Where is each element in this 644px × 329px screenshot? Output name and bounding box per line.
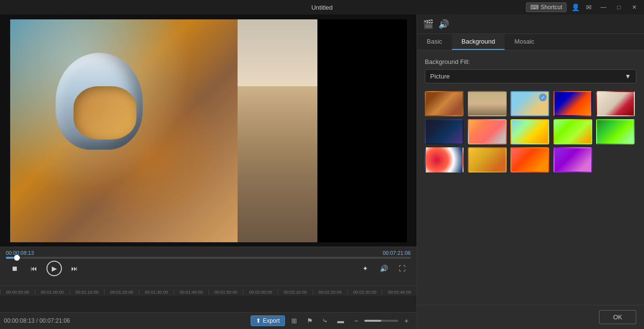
ruler-mark: 00:02:10:00: [278, 290, 313, 295]
background-thumbnail-5[interactable]: [596, 91, 635, 116]
zoom-control: − +: [350, 314, 413, 327]
ruler-mark: 00:01:30:00: [139, 290, 174, 295]
tool-icon-1[interactable]: ⊞: [288, 314, 300, 327]
bottom-toolbar: 00:00:08:13 / 00:07:21:06 ⬆ Export ⊞ ⚑ ⤷…: [0, 312, 417, 329]
time-row: 00:00:08:13 00:07:21:06: [4, 249, 413, 257]
background-thumbnail-8[interactable]: [510, 119, 549, 144]
background-thumbnail-9[interactable]: [554, 119, 592, 144]
chevron-down-icon: ▼: [625, 73, 631, 80]
playback-controls: ⏹ ⏮ ▶ ⏭: [8, 261, 81, 276]
shortcut-button[interactable]: ⌨ Shortcut: [526, 2, 567, 12]
selected-checkmark: ✓: [539, 94, 547, 101]
total-time-display: 00:07:21:06: [383, 250, 411, 256]
current-time-display: 00:00:08:13: [6, 250, 34, 256]
ruler-mark: 00:00:50:00: [0, 290, 35, 295]
ruler-mark: 00:02:30:00: [347, 290, 382, 295]
timeline: 00:00:50:00 00:01:00:00 00:01:10:00 00:0…: [0, 285, 417, 312]
settings-icon[interactable]: ✦: [359, 262, 372, 275]
titlebar-right: ⌨ Shortcut 👤 ✉ — □ ✕: [526, 1, 640, 13]
background-thumbnail-14[interactable]: [554, 147, 592, 172]
background-grid: ✓: [425, 91, 636, 172]
shortcut-icon: ⌨: [530, 4, 539, 11]
video-area: 00:00:08:13 00:07:21:06 ⏹ ⏮ ▶ ⏭ ✦ 🔊: [0, 15, 417, 329]
background-thumbnail-12[interactable]: [468, 147, 507, 172]
scrubber-row: [4, 257, 413, 259]
controls-bar: 00:00:08:13 00:07:21:06 ⏹ ⏮ ▶ ⏭ ✦ 🔊: [0, 247, 417, 285]
background-thumbnail-10[interactable]: [596, 119, 635, 144]
video-right-clip: [238, 19, 317, 242]
tab-basic[interactable]: Basic: [417, 34, 452, 50]
background-fill-label: Background Fill:: [425, 58, 636, 65]
video-panel-icon[interactable]: 🎬: [423, 19, 434, 30]
ruler-mark: 00:01:00:00: [35, 290, 70, 295]
app-title: Untitled: [311, 4, 332, 11]
titlebar: Untitled ⌨ Shortcut 👤 ✉ — □ ✕: [0, 0, 644, 15]
play-button[interactable]: ▶: [46, 261, 62, 276]
scrubber-thumb[interactable]: [14, 255, 20, 261]
mail-icon[interactable]: ✉: [584, 2, 594, 12]
dropdown-value: Picture: [430, 73, 449, 80]
ruler-mark: 00:01:20:00: [104, 290, 139, 295]
ruler-mark: 00:02:00:00: [243, 290, 278, 295]
stop-button[interactable]: ⏹: [8, 262, 21, 275]
panel-content: Background Fill: Picture ▼ ✓: [417, 50, 644, 305]
shortcut-label: Shortcut: [540, 4, 562, 11]
volume-icon[interactable]: 🔊: [377, 262, 390, 275]
panel-header: 🎬 🔊: [417, 15, 644, 34]
ruler-mark: 00:02:20:00: [313, 290, 347, 295]
ruler-mark: 00:01:50:00: [209, 290, 243, 295]
next-frame-button[interactable]: ⏭: [68, 262, 81, 275]
right-panel: 🎬 🔊 Basic Background Mosaic Background F…: [417, 15, 644, 329]
export-label: Export: [263, 317, 280, 324]
ruler-mark: 00:02:40:00: [382, 290, 417, 295]
tab-background[interactable]: Background: [452, 34, 505, 50]
background-thumbnail-3[interactable]: ✓: [510, 91, 549, 116]
user-icon[interactable]: 👤: [570, 2, 580, 12]
ruler-mark: 00:01:10:00: [70, 290, 105, 295]
picture-dropdown[interactable]: Picture ▼: [425, 69, 636, 83]
astronaut-face: [74, 86, 136, 140]
audio-panel-icon[interactable]: 🔊: [438, 19, 449, 30]
zoom-slider[interactable]: [364, 320, 398, 322]
background-thumbnail-13[interactable]: [510, 147, 549, 172]
fullscreen-icon[interactable]: ⛶: [395, 262, 409, 275]
scrubber-track[interactable]: [6, 257, 411, 259]
tool-icon-3[interactable]: ⤷: [319, 314, 331, 327]
export-icon: ⬆: [256, 317, 261, 324]
background-thumbnail-11[interactable]: [425, 147, 464, 172]
maximize-button[interactable]: □: [613, 1, 625, 13]
video-canvas: [10, 19, 407, 242]
bottom-right-tools: ⬆ Export ⊞ ⚑ ⤷ ▬ − +: [251, 314, 413, 327]
time-position-display: 00:00:08:13 / 00:07:21:06: [4, 317, 70, 324]
tab-mosaic[interactable]: Mosaic: [505, 34, 544, 50]
minimize-button[interactable]: —: [598, 1, 609, 13]
playback-row: ⏹ ⏮ ▶ ⏭ ✦ 🔊 ⛶: [4, 259, 413, 278]
background-thumbnail-4[interactable]: [554, 91, 592, 116]
background-thumbnail-2[interactable]: [468, 91, 507, 116]
scrubber-fill: [6, 257, 14, 259]
background-thumbnail-1[interactable]: [425, 91, 464, 116]
background-thumbnail-7[interactable]: [468, 119, 507, 144]
ok-button[interactable]: OK: [599, 310, 636, 324]
panel-footer: OK: [417, 305, 644, 329]
video-left-clip: [10, 19, 238, 242]
zoom-out-button[interactable]: −: [350, 314, 362, 327]
export-button[interactable]: ⬆ Export: [251, 315, 285, 326]
video-preview: [0, 15, 417, 247]
panel-tabs: Basic Background Mosaic: [417, 34, 644, 50]
background-thumbnail-6[interactable]: [425, 119, 464, 144]
close-button[interactable]: ✕: [629, 1, 640, 13]
zoom-in-button[interactable]: +: [400, 314, 413, 327]
tool-icon-2[interactable]: ⚑: [303, 314, 316, 327]
tool-icon-4[interactable]: ▬: [334, 314, 347, 327]
right-playback-controls: ✦ 🔊 ⛶: [359, 262, 409, 275]
zoom-slider-fill: [364, 320, 381, 322]
ruler-mark: 00:01:40:00: [174, 290, 209, 295]
main-area: 00:00:08:13 00:07:21:06 ⏹ ⏮ ▶ ⏭ ✦ 🔊: [0, 15, 644, 329]
timeline-ruler: 00:00:50:00 00:01:00:00 00:01:10:00 00:0…: [0, 286, 417, 296]
prev-frame-button[interactable]: ⏮: [27, 262, 41, 275]
